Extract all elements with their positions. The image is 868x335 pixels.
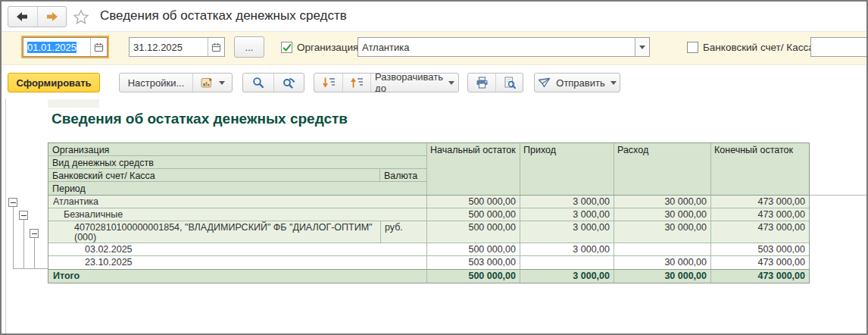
table-header: Организация Вид денежных средств Банковс… (48, 143, 809, 196)
app-window: Сведения об остатках денежных средств 01… (0, 0, 868, 335)
chevron-down-icon (639, 45, 645, 49)
print-button[interactable] (468, 74, 495, 92)
table-header-left-block: Организация Вид денежных средств Банковс… (48, 143, 427, 195)
settings-group: Настройки... (119, 73, 233, 92)
expand-to-label: Разворачивать до (375, 73, 443, 92)
organization-label: Организация: (297, 42, 361, 53)
row-name: Атлантика (48, 196, 427, 208)
expand-to-button[interactable]: Разворачивать до (370, 74, 458, 92)
bank-account-input[interactable] (810, 37, 868, 57)
expense-value: 30 000,00 (614, 256, 711, 269)
expand-all-button[interactable] (314, 74, 342, 92)
expense-value: 30 000,00 (614, 270, 711, 283)
opening-value: 500 000,00 (427, 270, 520, 283)
top-bar: Сведения об остатках денежных средств (2, 2, 866, 32)
expand-groups-icon (322, 77, 336, 89)
bank-account-value (811, 38, 867, 56)
closing-value: 473 000,00 (711, 256, 809, 269)
organization-input[interactable]: Атлантика (358, 37, 650, 57)
expand-group: Разворачивать до (314, 73, 459, 92)
chevron-down-icon (219, 81, 225, 85)
report-table: Организация Вид денежных средств Банковс… (48, 142, 810, 283)
organization-checkbox[interactable] (281, 42, 292, 53)
tree-line (34, 237, 35, 268)
table-row-bank-account[interactable]: 40702810100000001854, "ВЛАДИМИРСКИЙ" ФБ … (48, 221, 809, 243)
collapse-all-button[interactable] (342, 74, 370, 92)
column-header-income[interactable]: Приход (520, 143, 614, 195)
forward-button[interactable] (37, 7, 67, 27)
bank-account-checkbox[interactable] (687, 42, 698, 53)
generate-button[interactable]: Сформировать (8, 73, 100, 92)
minus-icon (11, 202, 16, 203)
collapse-group-button-level3[interactable] (30, 229, 39, 238)
closing-value: 473 000,00 (711, 221, 809, 243)
total-label: Итого (48, 270, 427, 283)
date-from-input[interactable]: 01.01.2025 (23, 37, 108, 57)
minus-icon (21, 215, 27, 216)
arrow-right-icon (45, 11, 58, 22)
income-value: 3 000,00 (520, 221, 614, 243)
active-cell-highlight (48, 99, 99, 108)
closing-value: 473 000,00 (711, 270, 809, 283)
back-button[interactable] (8, 7, 37, 27)
collapse-groups-icon (350, 77, 364, 89)
column-header-expense[interactable]: Расход (614, 143, 711, 195)
spreadsheet-left-border (5, 99, 6, 333)
page-title: Сведения об остатках денежных средств (100, 8, 347, 23)
print-group (467, 73, 523, 92)
column-header-closing-balance[interactable]: Конечный остаток (711, 143, 809, 195)
closing-value: 503 000,00 (711, 243, 809, 255)
income-value: 3 000,00 (520, 208, 614, 221)
send-button[interactable]: Отправить (535, 74, 620, 92)
collapse-group-button-level2[interactable] (19, 211, 28, 220)
arrow-left-icon (16, 11, 29, 22)
history-nav-group (8, 6, 67, 27)
collapse-group-button-level1[interactable] (8, 198, 17, 207)
report-variant-icon (201, 77, 214, 89)
report-variants-button[interactable] (192, 74, 232, 92)
column-header-period[interactable]: Период (48, 182, 426, 195)
income-value: 3 000,00 (520, 270, 614, 283)
date-to-calendar-button[interactable] (208, 38, 224, 56)
send-group: Отправить (534, 73, 620, 92)
expense-value: 30 000,00 (614, 221, 711, 243)
print-preview-icon (504, 77, 516, 89)
column-header-bank-account[interactable]: Банковский счет/ Касса (48, 169, 380, 182)
table-row-period[interactable]: 23.10.2025 503 000,00 30 000,00 473 000,… (48, 256, 809, 269)
currency-value: руб. (381, 221, 427, 243)
opening-value: 500 000,00 (427, 208, 520, 221)
minus-icon (32, 233, 37, 234)
row-name: 40702810100000001854, "ВЛАДИМИРСКИЙ" ФБ … (48, 221, 381, 243)
income-value (520, 256, 614, 269)
table-row-total[interactable]: Итого 500 000,00 3 000,00 30 000,00 473 … (48, 269, 809, 283)
period-more-button[interactable]: ... (234, 36, 264, 58)
search-next-button[interactable] (273, 74, 304, 92)
settings-button[interactable]: Настройки... (120, 74, 192, 92)
organization-value: Атлантика (358, 38, 635, 56)
column-header-cash-type[interactable]: Вид денежных средств (48, 156, 426, 169)
column-header-currency[interactable]: Валюта (380, 169, 426, 182)
bank-account-label: Банковский счет/ Касса: (703, 42, 816, 53)
income-value: 3 000,00 (520, 196, 614, 208)
table-row-cash-type[interactable]: Безналичные 500 000,00 3 000,00 30 000,0… (48, 208, 809, 221)
organization-dropdown-button[interactable] (635, 38, 649, 56)
date-to-input[interactable]: 31.12.2025 (129, 37, 225, 57)
search-button[interactable] (243, 74, 273, 92)
opening-value: 503 000,00 (427, 256, 520, 269)
table-row-organization[interactable]: Атлантика 500 000,00 3 000,00 30 000,00 … (48, 196, 809, 208)
report-title: Сведения об остатках денежных средств (52, 111, 348, 127)
column-header-organization[interactable]: Организация (48, 143, 426, 156)
header-extension-line (808, 195, 868, 196)
search-repeat-icon (283, 77, 295, 89)
date-from-calendar-button[interactable] (90, 38, 107, 56)
favorite-star-icon[interactable] (71, 8, 91, 26)
expense-value: 30 000,00 (614, 196, 711, 208)
column-header-opening-balance[interactable]: Начальный остаток (427, 143, 520, 195)
calendar-icon (211, 42, 221, 52)
table-row-period[interactable]: 03.02.2025 500 000,00 3 000,00 503 000,0… (48, 243, 809, 256)
opening-value: 500 000,00 (427, 221, 520, 243)
chevron-down-icon (610, 81, 617, 85)
filter-bar: 01.01.2025 – 31.12.2025 ... Организация: (2, 32, 866, 65)
expense-value: 30 000,00 (614, 208, 711, 221)
print-preview-button[interactable] (495, 74, 523, 92)
